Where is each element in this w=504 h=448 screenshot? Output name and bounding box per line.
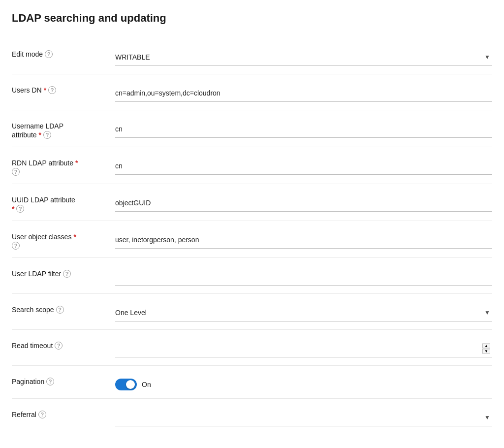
number-wrap-read-timeout: ▲ ▼	[115, 340, 492, 357]
form-row-user-ldap-filter: User LDAP filter ?	[12, 258, 492, 294]
form-row-read-timeout: Read timeout ? ▲ ▼	[12, 330, 492, 366]
page-title: LDAP searching and updating	[12, 12, 492, 25]
username-ldap-attr-input[interactable]	[115, 120, 492, 138]
control-search-scope: One Level Subtree ▼	[115, 302, 492, 321]
control-read-timeout: ▲ ▼	[115, 338, 492, 357]
control-pagination: On	[115, 374, 492, 390]
label-uuid-ldap-attr: UUID LDAP attribute * ?	[12, 192, 115, 213]
form-row-user-object-classes: User object classes * ?	[12, 221, 492, 258]
user-ldap-filter-input[interactable]	[115, 268, 492, 286]
referral-select[interactable]: follow ignore	[115, 409, 492, 426]
control-user-object-classes	[115, 229, 492, 249]
form-row-users-dn: Users DN * ?	[12, 74, 492, 110]
select-wrap-edit-mode: WRITABLE READ_ONLY ▼	[115, 48, 492, 66]
user-object-classes-input[interactable]	[115, 231, 492, 249]
read-timeout-input[interactable]	[115, 340, 492, 357]
label-rdn-ldap-attr: RDN LDAP attribute * ?	[12, 155, 115, 176]
control-referral: follow ignore ▼	[115, 407, 492, 426]
control-rdn-ldap-attr	[115, 155, 492, 175]
required-star-username-ldap: *	[39, 131, 41, 139]
required-star-user-obj: *	[73, 233, 76, 241]
uuid-ldap-attr-input[interactable]	[115, 194, 492, 212]
toggle-thumb	[126, 380, 135, 389]
search-scope-select[interactable]: One Level Subtree	[115, 304, 492, 321]
read-timeout-spinners: ▲ ▼	[482, 344, 490, 354]
help-icon-pagination[interactable]: ?	[46, 378, 54, 385]
select-wrap-search-scope: One Level Subtree ▼	[115, 304, 492, 321]
users-dn-input[interactable]	[115, 84, 492, 102]
form-row-username-ldap-attr: Username LDAP attribute * ?	[12, 110, 492, 147]
read-timeout-increment[interactable]: ▲	[482, 344, 490, 349]
required-star-uuid-ldap: *	[12, 205, 14, 213]
label-referral: Referral ?	[12, 407, 115, 418]
control-uuid-ldap-attr	[115, 192, 492, 212]
label-edit-mode: Edit mode ?	[12, 46, 115, 58]
help-icon-referral[interactable]: ?	[38, 411, 46, 418]
label-pagination: Pagination ?	[12, 374, 115, 385]
edit-mode-select[interactable]: WRITABLE READ_ONLY	[115, 48, 492, 66]
help-icon-users-dn[interactable]: ?	[48, 86, 56, 94]
form-row-referral: Referral ? follow ignore ▼	[12, 399, 492, 434]
control-username-ldap-attr	[115, 118, 492, 138]
toggle-wrap-pagination: On	[115, 376, 492, 390]
form-row-rdn-ldap-attr: RDN LDAP attribute * ?	[12, 147, 492, 184]
control-edit-mode: WRITABLE READ_ONLY ▼	[115, 46, 492, 66]
pagination-toggle[interactable]	[115, 379, 137, 390]
ldap-form: Edit mode ? WRITABLE READ_ONLY ▼ Users D…	[12, 38, 492, 434]
control-users-dn	[115, 82, 492, 102]
help-icon-search-scope[interactable]: ?	[56, 306, 64, 314]
help-icon-read-timeout[interactable]: ?	[55, 342, 63, 350]
read-timeout-decrement[interactable]: ▼	[482, 349, 490, 354]
required-star-users-dn: *	[44, 86, 46, 94]
form-row-edit-mode: Edit mode ? WRITABLE READ_ONLY ▼	[12, 38, 492, 74]
label-user-ldap-filter: User LDAP filter ?	[12, 266, 115, 278]
rdn-ldap-attr-input[interactable]	[115, 157, 492, 175]
help-icon-user-ldap-filter[interactable]: ?	[63, 270, 71, 278]
select-wrap-referral: follow ignore ▼	[115, 409, 492, 426]
help-icon-user-obj[interactable]: ?	[12, 242, 20, 250]
form-row-pagination: Pagination ? On	[12, 366, 492, 399]
label-search-scope: Search scope ?	[12, 302, 115, 314]
label-read-timeout: Read timeout ?	[12, 338, 115, 350]
help-icon-uuid-ldap[interactable]: ?	[16, 205, 24, 213]
form-row-search-scope: Search scope ? One Level Subtree ▼	[12, 294, 492, 330]
pagination-toggle-label: On	[142, 381, 151, 388]
help-icon-rdn-ldap[interactable]: ?	[12, 168, 20, 176]
required-star-rdn-ldap: *	[75, 159, 78, 167]
help-icon-username-ldap[interactable]: ?	[43, 131, 51, 139]
label-username-ldap-attr: Username LDAP attribute * ?	[12, 118, 115, 139]
help-icon-edit-mode[interactable]: ?	[45, 50, 53, 58]
control-user-ldap-filter	[115, 266, 492, 286]
label-users-dn: Users DN * ?	[12, 82, 115, 94]
label-user-object-classes: User object classes * ?	[12, 229, 115, 250]
form-row-uuid-ldap-attr: UUID LDAP attribute * ?	[12, 184, 492, 221]
